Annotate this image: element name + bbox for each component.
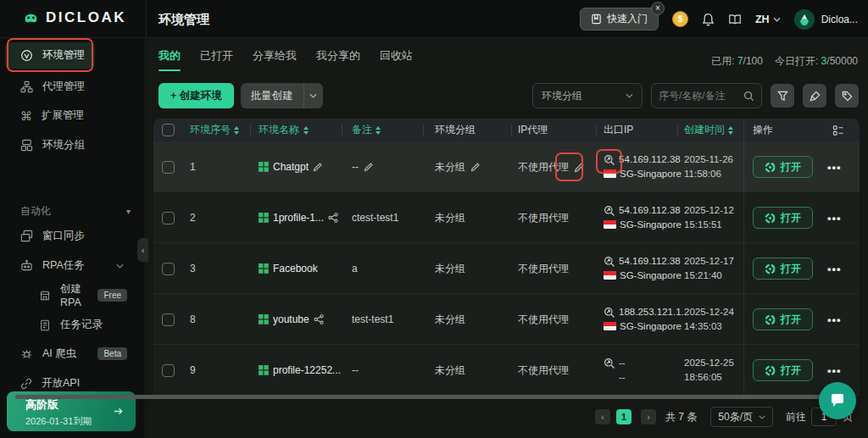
tab-recycle-bin[interactable]: 回收站 [380, 48, 413, 71]
sort-icon[interactable] [234, 126, 239, 135]
tab-opened[interactable]: 已打开 [200, 48, 233, 71]
select-all-checkbox[interactable] [162, 124, 175, 136]
tag-button[interactable] [835, 84, 859, 108]
cell-note: -- [347, 364, 428, 376]
coin-icon[interactable]: $ [672, 11, 688, 27]
sidebar-item-ai-crawler[interactable]: AI 爬虫 Beta [0, 341, 146, 367]
chevron-down-icon [116, 263, 124, 269]
table-row[interactable]: 2 1profile-1... ctest-test1 未分组 不使用代理 54… [153, 192, 860, 243]
edit-note-icon[interactable] [364, 162, 374, 172]
next-page-button[interactable]: › [641, 409, 656, 424]
sidebar-item-window-sync[interactable]: 窗口同步 [0, 223, 146, 249]
sort-icon[interactable] [303, 126, 309, 135]
sidebar-item-create-rpa[interactable]: 创建RPA Free [0, 282, 146, 308]
search-icon[interactable] [743, 91, 754, 102]
header-label: 环境序号 [190, 123, 231, 137]
row-checkbox[interactable] [162, 313, 175, 326]
language-selector[interactable]: ZH [755, 14, 781, 25]
sidebar-section-automation[interactable]: 自动化 ▾ [20, 204, 131, 219]
sidebar-item-extension-manage[interactable]: ⌘ 扩展管理 [0, 103, 146, 129]
avatar[interactable] [794, 9, 815, 30]
table-row[interactable]: 8 youtube test-test1 未分组 不使用代理 188.253.1… [153, 294, 860, 345]
env-name: profile-12252... [273, 364, 341, 376]
username-label[interactable]: Dicloa... [821, 14, 858, 25]
sidebar-item-task-record[interactable]: 任务记录 [0, 312, 146, 338]
header-name[interactable]: 环境名称 [255, 119, 347, 141]
horizontal-scrollbar[interactable] [15, 395, 851, 399]
quick-start-button[interactable]: 快速入门 × [580, 8, 659, 30]
more-actions-button[interactable]: ••• [827, 161, 842, 174]
header-created[interactable]: 创建时间 [682, 119, 743, 141]
ip-lookup-icon[interactable] [604, 307, 615, 319]
cell-created: 2025-12-24 14:35:03 [682, 307, 743, 333]
sidebar-item-env-group[interactable]: 环境分组 [0, 132, 146, 158]
close-icon[interactable]: × [651, 2, 665, 15]
chevron-down-icon[interactable] [304, 93, 323, 98]
note-text: ctest-test1 [352, 212, 398, 224]
header-note[interactable]: 备注 [347, 119, 428, 141]
header-proxy[interactable]: IP代理 [516, 119, 601, 141]
edit-group-icon[interactable] [470, 162, 481, 172]
open-button[interactable]: 打开 [753, 258, 813, 280]
ip-lookup-icon[interactable] [604, 205, 615, 217]
tab-mine[interactable]: 我的 [159, 48, 181, 71]
sidebar-item-proxy-manage[interactable]: 代理管理 [0, 74, 146, 100]
open-button[interactable]: 打开 [753, 156, 813, 178]
sort-icon[interactable] [376, 126, 381, 135]
cell-group: 未分组 [428, 262, 516, 276]
more-actions-button[interactable]: ••• [827, 364, 842, 377]
edit-proxy-icon[interactable] [574, 162, 585, 173]
docs-book-icon[interactable] [728, 14, 742, 25]
tab-shared-by-me[interactable]: 我分享的 [316, 48, 360, 71]
ip-lookup-icon[interactable] [604, 154, 615, 166]
row-checkbox[interactable] [162, 263, 175, 275]
row-checkbox[interactable] [162, 212, 175, 225]
clear-filter-button[interactable] [803, 84, 826, 108]
sidebar-collapse-handle[interactable]: ‹ [137, 238, 148, 262]
table-row[interactable]: 3 Facebook a 未分组 不使用代理 54.169.112.38 SG-… [153, 243, 860, 294]
prev-page-button[interactable]: ‹ [595, 409, 610, 424]
notification-bell-icon[interactable] [702, 13, 715, 26]
open-button[interactable]: 打开 [753, 207, 813, 229]
header-group[interactable]: 环境分组 [428, 119, 516, 141]
note-text: test-test1 [352, 313, 393, 325]
sidebar-item-rpa-tasks[interactable]: RPA任务 [0, 252, 146, 279]
more-actions-button[interactable]: ••• [827, 212, 842, 225]
open-button[interactable]: 打开 [753, 359, 813, 381]
filter-button[interactable] [771, 84, 794, 108]
used-label: 已用: [711, 55, 734, 67]
header-exit-ip[interactable]: 出口IP [601, 119, 682, 141]
singapore-flag-icon [604, 220, 616, 229]
page-number-active[interactable]: 1 [616, 409, 632, 424]
row-checkbox[interactable] [162, 364, 175, 377]
browser-icon [765, 162, 776, 173]
open-button[interactable]: 打开 [753, 308, 813, 330]
batch-create-button[interactable]: 批量创建 [241, 83, 323, 108]
search-input[interactable] [659, 90, 743, 102]
header-seq[interactable]: 环境序号 [182, 119, 255, 141]
ip-lookup-icon[interactable] [604, 256, 615, 268]
proxy-text: 不使用代理 [518, 160, 569, 175]
header-label: 创建时间 [684, 123, 725, 137]
group-filter-select[interactable]: 环境分组 [532, 83, 643, 108]
sidebar-item-label: RPA任务 [42, 258, 85, 273]
sort-icon[interactable] [728, 126, 733, 135]
singapore-flag-icon [604, 271, 616, 280]
plan-name: 高阶版 [25, 397, 125, 413]
create-env-button[interactable]: + 创建环境 [159, 83, 234, 108]
more-actions-button[interactable]: ••• [827, 263, 842, 275]
more-actions-button[interactable]: ••• [827, 313, 842, 326]
table-row[interactable]: 9 profile-12252... -- 未分组 不使用代理 -- -- 20… [153, 345, 860, 396]
cell-seq: 9 [182, 364, 255, 376]
tab-shared-to-me[interactable]: 分享给我 [253, 48, 297, 71]
quick-start-label: 快速入门 [607, 12, 648, 26]
column-settings-icon[interactable] [832, 125, 844, 136]
sidebar-item-env-manage[interactable]: 环境管理 [5, 42, 95, 69]
table-row[interactable]: 1 Chatgpt -- 未分组 不使用代理 [153, 141, 860, 192]
row-checkbox[interactable] [162, 161, 175, 174]
logo-mask-icon [22, 8, 40, 26]
edit-name-icon[interactable] [313, 162, 323, 172]
page-size-select[interactable]: 50条/页 [710, 407, 773, 427]
ip-lookup-icon[interactable] [604, 358, 615, 369]
chat-widget-button[interactable] [819, 382, 856, 419]
